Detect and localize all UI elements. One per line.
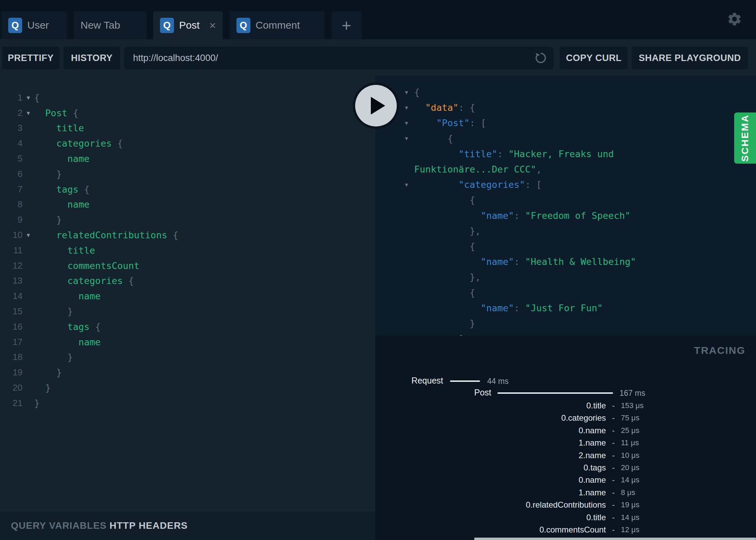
query-line: 3▾ title — [0, 121, 375, 136]
response-code: { — [412, 287, 475, 298]
query-code: Post { — [34, 108, 78, 118]
query-code: } — [34, 306, 73, 317]
trace-resolver-label: 1.name — [375, 488, 606, 497]
toolbar: PRETTIFY HISTORY COPY CURL SHARE PLAYGRO… — [0, 39, 756, 76]
reload-schema-icon[interactable] — [534, 51, 548, 65]
query-line: 12▾ commentsCount — [0, 258, 375, 273]
endpoint-url-input[interactable] — [124, 53, 534, 63]
close-tab-icon[interactable]: × — [205, 19, 216, 31]
query-editor[interactable]: 1▾{2▾ Post {3▾ title4▾ categories {5▾ na… — [0, 76, 375, 511]
trace-resolver-duration: 8 μs — [621, 488, 635, 497]
line-number: 21 — [0, 398, 23, 408]
query-code: relatedContributions { — [34, 230, 178, 240]
response-code: { — [412, 241, 475, 252]
line-number: 6 — [0, 169, 23, 179]
query-line: 4▾ categories { — [0, 136, 375, 151]
response-line: ▾ "name": "Freedom of Speech" — [375, 208, 756, 223]
tab-post[interactable]: QPost× — [153, 11, 223, 39]
response-line: ▾ "name": "Health & Wellbeing" — [375, 254, 756, 269]
add-tab-button[interactable]: + — [332, 11, 361, 39]
query-line: 16▾ tags { — [0, 319, 375, 334]
query-line: 5▾ name — [0, 151, 375, 166]
trace-resolver-duration: 11 μs — [621, 438, 639, 447]
response-line: ▾ }, — [375, 269, 756, 285]
line-number: 12 — [0, 260, 23, 271]
tab-comment[interactable]: QComment — [230, 11, 324, 39]
collapse-arrow-icon[interactable]: ▾ — [375, 135, 412, 142]
line-number: 7 — [0, 184, 23, 195]
line-number: 20 — [0, 382, 23, 393]
collapse-arrow-icon[interactable]: ▾ — [375, 181, 412, 189]
trace-resolver-row: 1.name-8 μs — [375, 486, 756, 499]
query-line: 15▾ } — [0, 304, 375, 319]
response-line: ▾ "Post": [ — [375, 115, 756, 131]
response-line: ▾ "data": { — [375, 100, 756, 115]
trace-resolver-row: 1.name-11 μs — [375, 437, 756, 449]
response-code: "Post": [ — [412, 118, 486, 128]
settings-gear-icon[interactable] — [727, 11, 742, 27]
query-code: } — [34, 352, 73, 362]
line-number: 3 — [0, 123, 23, 133]
fold-arrow-icon[interactable]: ▾ — [23, 109, 34, 117]
query-line: 10▾ relatedContributions { — [0, 227, 375, 243]
schema-side-tab[interactable]: SCHEMA — [734, 112, 756, 164]
trace-resolver-duration: 10 μs — [621, 451, 639, 460]
line-number: 13 — [0, 275, 23, 286]
history-button[interactable]: HISTORY — [63, 47, 120, 69]
response-line: ▾ }, — [375, 223, 756, 239]
query-badge-icon: Q — [236, 18, 250, 33]
trace-dash-icon: - — [606, 513, 621, 522]
line-number: 1 — [0, 92, 23, 103]
line-number: 5 — [0, 153, 23, 164]
query-code: } — [34, 382, 51, 393]
fold-arrow-icon[interactable]: ▾ — [23, 231, 34, 239]
trace-resolver-row: 0.name-14 μs — [375, 474, 756, 486]
response-code: }, — [412, 226, 481, 236]
tab-http-headers[interactable]: HTTP HEADERS — [110, 511, 188, 540]
share-playground-button[interactable]: SHARE PLAYGROUND — [631, 47, 748, 69]
line-number: 8 — [0, 199, 23, 210]
query-line: 6▾ } — [0, 166, 375, 182]
query-line: 14▾ name — [0, 288, 375, 304]
response-code: Funktionäre...Der CCC", — [412, 164, 542, 175]
query-line: 21▾} — [0, 395, 375, 411]
trace-resolver-row: 0.name-25 μs — [375, 424, 756, 437]
query-lines: 1▾{2▾ Post {3▾ title4▾ categories {5▾ na… — [0, 76, 375, 411]
query-code: } — [34, 214, 62, 225]
copy-curl-button[interactable]: COPY CURL — [560, 47, 628, 69]
line-number: 17 — [0, 337, 23, 347]
trace-resolver-label: 0.name — [375, 475, 606, 485]
response-line: ▾ ] — [375, 331, 756, 336]
query-code: name — [34, 153, 90, 164]
query-line: 18▾ } — [0, 350, 375, 365]
query-code: } — [34, 169, 62, 179]
tab-query-variables[interactable]: QUERY VARIABLES — [11, 511, 107, 540]
trace-dash-icon: - — [606, 525, 621, 534]
endpoint-url-bar — [124, 47, 554, 69]
prettify-button[interactable]: PRETTIFY — [2, 47, 59, 69]
query-code: name — [34, 291, 101, 301]
line-number: 2 — [0, 108, 23, 118]
tracing-horizontal-scrollbar[interactable] — [474, 538, 756, 540]
tab-label: Post — [179, 19, 200, 31]
response-code: } — [412, 318, 475, 329]
execute-query-button[interactable] — [353, 82, 399, 129]
query-code: title — [34, 245, 95, 256]
query-code: } — [34, 398, 40, 408]
response-code: "name": "Freedom of Speech" — [412, 210, 630, 221]
line-number: 18 — [0, 352, 23, 362]
query-badge-icon: Q — [8, 18, 22, 33]
top-bar: QUserNew TabQPost×QComment + — [0, 0, 756, 39]
fold-arrow-icon[interactable]: ▾ — [23, 94, 34, 102]
response-line: ▾ "categories": [ — [375, 177, 756, 192]
trace-resolver-row: 0.tags-20 μs — [375, 462, 756, 474]
line-number: 15 — [0, 306, 23, 317]
trace-dash-icon: - — [606, 414, 621, 422]
response-code: { — [412, 195, 475, 205]
tab-new-tab[interactable]: New Tab — [74, 11, 146, 39]
play-icon — [371, 97, 385, 115]
trace-post-bar — [497, 392, 613, 394]
tab-user[interactable]: QUser — [1, 11, 67, 39]
response-code: }, — [412, 272, 481, 282]
trace-resolver-duration: 14 μs — [621, 513, 639, 522]
